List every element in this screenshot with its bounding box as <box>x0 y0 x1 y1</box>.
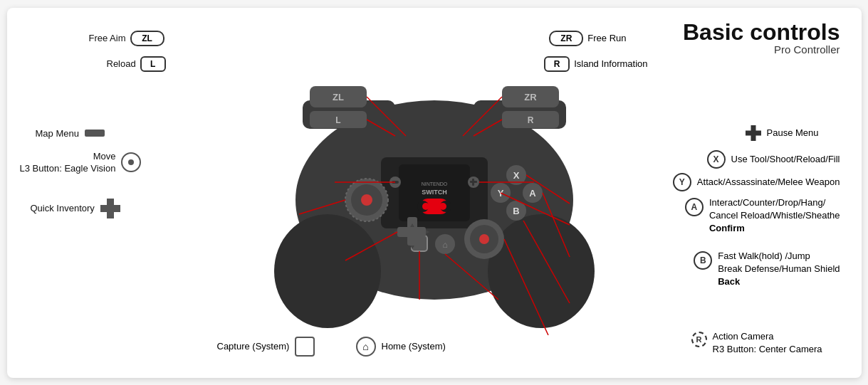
svg-text:⌂: ⌂ <box>442 240 447 250</box>
plus-icon <box>746 125 761 141</box>
r3-btn-icon: R <box>691 332 707 347</box>
island-info-text: Island Information <box>574 58 647 69</box>
svg-text:X: X <box>513 170 519 181</box>
svg-text:NINTENDO: NINTENDO <box>421 181 447 186</box>
controller-svg: ZL L ZR R NINTENDO SWITCH <box>263 51 605 335</box>
y-btn-icon: Y <box>673 173 691 191</box>
svg-point-21 <box>439 203 446 210</box>
svg-point-35 <box>479 234 489 244</box>
joystick-icon <box>121 152 141 172</box>
controller-image: ZL L ZR R NINTENDO SWITCH <box>263 51 605 335</box>
svg-text:B: B <box>513 206 519 216</box>
pause-menu-text: Pause Menu <box>767 127 819 138</box>
reload-text: Reload <box>107 58 136 70</box>
move-text: MoveL3 Button: Eagle Vision <box>20 150 116 175</box>
zl-trigger: ZL <box>130 31 164 46</box>
home-icon: ⌂ <box>356 337 376 357</box>
island-info-label: R Island Information <box>544 56 647 72</box>
map-menu-label: Map Menu <box>36 127 105 140</box>
b-button-text: Fast Walk(hold) /JumpBreak Defense/Human… <box>718 250 840 289</box>
capture-text: Capture (System) <box>217 341 290 352</box>
zr-trigger: ZR <box>549 31 583 46</box>
home-label: ⌂ Home (System) <box>356 337 446 357</box>
l-trigger: L <box>140 56 166 72</box>
quick-inventory-text: Quick Inventory <box>31 202 95 215</box>
action-camera-label: R Action CameraR3 Button: Center Camera <box>691 330 822 356</box>
svg-rect-26 <box>472 179 474 186</box>
b-button-label: B Fast Walk(hold) /JumpBreak Defense/Hum… <box>694 250 840 289</box>
dpad-icon <box>100 199 120 218</box>
x-button-label: X Use Tool/Shoot/Reload/Fill <box>707 150 840 169</box>
svg-text:ZR: ZR <box>524 92 537 102</box>
free-aim-label: Free Aim ZL <box>89 31 164 46</box>
main-card: Basic controls Pro Controller ZL L ZR <box>7 8 862 378</box>
r-trigger: R <box>544 56 570 72</box>
svg-text:ZL: ZL <box>333 92 344 102</box>
x-btn-icon: X <box>707 150 726 169</box>
svg-text:A: A <box>529 188 536 199</box>
svg-rect-37 <box>407 217 417 246</box>
square-icon <box>295 337 315 357</box>
free-run-text: Free Run <box>587 33 626 43</box>
svg-point-32 <box>361 194 372 206</box>
move-label: MoveL3 Button: Eagle Vision <box>20 150 142 175</box>
free-aim-text: Free Aim <box>89 32 126 45</box>
y-button-label: Y Attack/Assassinate/Melee Weapon <box>673 173 840 191</box>
x-button-text: Use Tool/Shoot/Reload/Fill <box>731 154 840 164</box>
svg-text:R: R <box>527 115 533 125</box>
page-title: Basic controls <box>683 21 840 43</box>
a-button-label: A Interact/Counter/Drop/Hang/Cancel Relo… <box>685 196 840 236</box>
svg-point-1 <box>274 214 381 328</box>
svg-point-20 <box>422 203 429 210</box>
pause-menu-label: Pause Menu <box>746 125 819 141</box>
a-btn-icon: A <box>685 198 704 216</box>
capture-label: Capture (System) <box>217 337 315 357</box>
page-subtitle: Pro Controller <box>683 43 840 56</box>
svg-point-2 <box>488 214 595 328</box>
home-text: Home (System) <box>382 341 446 352</box>
svg-text:L: L <box>335 115 340 125</box>
title-area: Basic controls Pro Controller <box>683 21 840 56</box>
y-button-text: Attack/Assassinate/Melee Weapon <box>697 176 840 187</box>
minus-icon <box>85 130 105 137</box>
map-menu-text: Map Menu <box>36 127 79 140</box>
free-run-label: ZR Free Run <box>549 31 626 46</box>
b-btn-icon: B <box>694 251 712 270</box>
reload-label: Reload L <box>107 56 166 72</box>
a-button-text: Interact/Counter/Drop/Hang/Cancel Reload… <box>709 196 840 236</box>
svg-text:SWITCH: SWITCH <box>422 189 447 196</box>
quick-inventory-label: Quick Inventory <box>31 199 120 218</box>
action-camera-text: Action CameraR3 Button: Center Camera <box>713 330 822 356</box>
